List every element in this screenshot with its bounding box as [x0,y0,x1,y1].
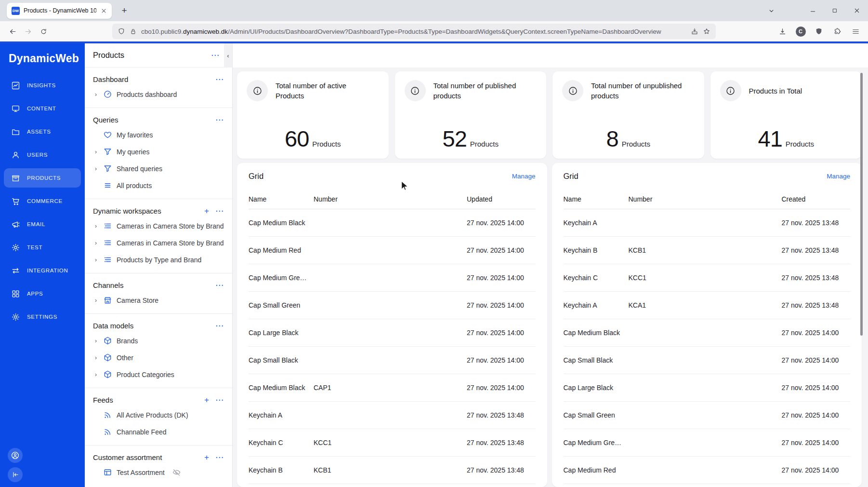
tree-item-feed[interactable]: All Active Products (DK) [93,406,224,423]
tree-item-shared-queries[interactable]: ›Shared queries [93,160,224,177]
tree-item-other[interactable]: ›Other [93,349,224,366]
extensions-puzzle-icon[interactable] [829,24,845,39]
tree-item-workspace[interactable]: ›Products by Type and Brand [93,251,224,268]
table-row[interactable]: Keychain CKCC127 nov. 2025 13:48 [249,429,536,457]
sidebar-item-settings[interactable]: SETTINGS [4,307,81,326]
menu-hamburger-icon[interactable] [848,24,863,39]
table-row[interactable]: Cap Medium Black27 nov. 2025 14:00 [564,319,851,347]
sidebar-item-apps[interactable]: APPS [4,284,81,303]
section-menu-dots[interactable]: ⋯ [215,453,224,461]
window-maximize-button[interactable] [824,0,846,21]
tree-item-workspace[interactable]: ›Cameras in Camera Store by Brand [93,217,224,234]
table-row[interactable]: Cap Small Black27 nov. 2025 14:00 [564,347,851,374]
chevron-right-icon[interactable]: › [93,149,99,155]
section-menu-dots[interactable]: ⋯ [215,322,224,330]
browser-tab[interactable]: DW Products - DynamicWeb 10 [7,3,112,19]
sidebar-item-test[interactable]: TEST [4,238,81,257]
table-row[interactable]: Keychain AKCA127 nov. 2025 13:48 [564,292,851,319]
section-menu-dots[interactable]: ⋯ [215,396,224,404]
section-add-button[interactable]: + [204,396,209,404]
collapse-panel-icon[interactable]: ‹ [224,43,232,68]
tree-item-product-categories[interactable]: ›Product Categories [93,366,224,383]
save-page-icon[interactable] [691,27,698,35]
section-menu-dots[interactable]: ⋯ [215,75,224,83]
column-header-number[interactable]: Number [629,195,782,203]
tree-item-all-products[interactable]: All products [93,177,224,194]
table-row[interactable]: Keychain BKCB127 nov. 2025 13:48 [564,237,851,264]
lock-icon[interactable] [130,28,137,35]
column-header-created[interactable]: Created [782,195,851,203]
tree-item-workspace[interactable]: ›Cameras in Camera Store by Brand & Ler [93,234,224,251]
table-row[interactable]: Keychain BKCB127 nov. 2025 13:48 [249,457,536,484]
section-menu-dots[interactable]: ⋯ [215,207,224,215]
bookmark-star-icon[interactable] [703,27,710,35]
tree-item-camera-store[interactable]: ›Camera Store [93,292,224,309]
extension-c-icon[interactable]: C [793,24,808,39]
downloads-icon[interactable] [775,24,790,39]
table-row[interactable]: Cap Small Green27 nov. 2025 14:00 [564,402,851,429]
info-icon[interactable] [562,80,583,101]
table-row[interactable]: Cap Medium Gre…27 nov. 2025 14:00 [249,264,536,292]
table-row[interactable]: Cap Medium Black27 nov. 2025 14:00 [249,209,536,237]
section-add-button[interactable]: + [204,453,209,461]
content-scrollbar[interactable] [860,73,863,336]
table-row[interactable]: Cap Large Black27 nov. 2025 14:00 [249,319,536,347]
collapse-sidebar-button[interactable] [8,467,23,482]
column-header-name[interactable]: Name [564,195,629,203]
table-row[interactable]: Cap Medium Red27 nov. 2025 14:00 [249,237,536,264]
section-add-button[interactable]: + [204,207,209,215]
sidebar-item-content[interactable]: CONTENT [4,99,81,118]
tree-item-feed[interactable]: Channable Feed [93,423,224,440]
chevron-right-icon[interactable]: › [93,223,99,230]
sidebar-item-email[interactable]: EMAIL [4,215,81,234]
chevron-right-icon[interactable]: › [93,165,99,172]
sidebar-item-insights[interactable]: INSIGHTS [4,76,81,95]
tab-list-chevron-icon[interactable] [760,0,782,21]
table-row[interactable]: Keychain A27 nov. 2025 13:48 [564,209,851,237]
window-minimize-button[interactable] [802,0,824,21]
sidebar-item-assets[interactable]: ASSETS [4,122,81,141]
back-button[interactable] [5,24,20,39]
adblock-shield-icon[interactable] [811,24,827,39]
chevron-right-icon[interactable]: › [93,257,99,263]
tree-item-products-dashboard[interactable]: ›Products dashboard [93,86,224,103]
section-menu-dots[interactable]: ⋯ [215,281,224,289]
chevron-right-icon[interactable]: › [93,297,99,304]
forward-button[interactable] [20,24,36,39]
chevron-right-icon[interactable]: › [93,240,99,246]
info-icon[interactable] [720,80,741,101]
tracking-shield-icon[interactable] [118,27,125,35]
table-row[interactable]: Cap Small Black27 nov. 2025 14:00 [249,347,536,374]
info-icon[interactable] [405,80,426,101]
table-row[interactable]: Cap Medium BlackCAP127 nov. 2025 14:00 [249,374,536,402]
table-row[interactable]: Cap Medium Red27 nov. 2025 14:00 [564,457,851,484]
tree-item-test-assortment[interactable]: Test Assortment [93,464,224,481]
column-header-updated[interactable]: Updated [467,195,536,203]
sidebar-item-users[interactable]: USERS [4,145,81,164]
chevron-right-icon[interactable]: › [93,354,99,361]
new-tab-button[interactable]: + [117,3,132,18]
tree-item-my-favorites[interactable]: My favorites [93,126,224,143]
column-header-name[interactable]: Name [249,195,314,203]
chevron-right-icon[interactable]: › [93,371,99,378]
chevron-right-icon[interactable]: › [93,91,99,98]
tree-menu-dots[interactable]: ⋯ [211,51,219,59]
table-row[interactable]: Keychain CKCC127 nov. 2025 13:48 [564,264,851,292]
manage-link[interactable]: Manage [512,173,536,180]
tree-item-brands[interactable]: ›Brands [93,332,224,349]
table-row[interactable]: Cap Small Green27 nov. 2025 14:00 [249,292,536,319]
manage-link[interactable]: Manage [827,173,850,180]
table-row[interactable]: Cap Medium Gre…27 nov. 2025 14:00 [564,429,851,457]
tree-item-my-queries[interactable]: ›My queries [93,143,224,160]
sidebar-item-products[interactable]: PRODUCTS [4,168,81,188]
window-close-button[interactable] [846,0,868,21]
profile-button[interactable] [8,448,23,463]
sidebar-item-commerce[interactable]: COMMERCE [4,191,81,211]
section-menu-dots[interactable]: ⋯ [215,116,224,124]
url-bar[interactable]: cbo10.public9.dynamicweb.dk/Admin/UI/Pro… [112,24,716,39]
sidebar-item-integration[interactable]: INTEGRATION [4,261,81,280]
chevron-right-icon[interactable]: › [93,338,99,344]
tab-close-icon[interactable] [100,7,108,14]
column-header-number[interactable]: Number [314,195,467,203]
reload-button[interactable] [36,24,51,39]
